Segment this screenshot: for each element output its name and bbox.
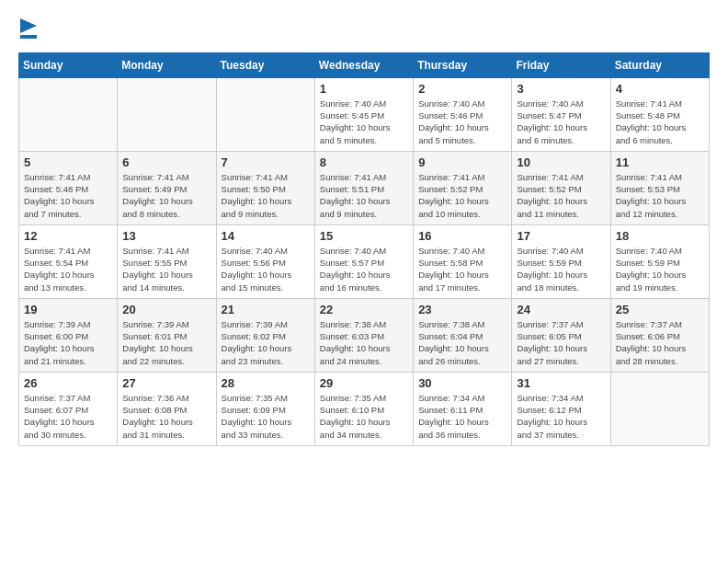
day-info: Sunrise: 7:40 AMSunset: 5:58 PMDaylight:… (418, 245, 506, 293)
day-info: Sunrise: 7:40 AMSunset: 5:46 PMDaylight:… (418, 98, 506, 146)
calendar-cell: 30Sunrise: 7:34 AMSunset: 6:11 PMDayligh… (414, 372, 512, 445)
calendar-cell: 26Sunrise: 7:37 AMSunset: 6:07 PMDayligh… (19, 372, 118, 445)
weekday-header: Sunday (19, 52, 118, 77)
day-info: Sunrise: 7:41 AMSunset: 5:48 PMDaylight:… (24, 171, 112, 220)
calendar-cell: 9Sunrise: 7:41 AMSunset: 5:52 PMDaylight… (414, 151, 512, 224)
weekday-header: Thursday (414, 52, 512, 77)
calendar-cell: 16Sunrise: 7:40 AMSunset: 5:58 PMDayligh… (414, 224, 512, 298)
calendar-week-row: 26Sunrise: 7:37 AMSunset: 6:07 PMDayligh… (19, 372, 710, 445)
calendar-cell: 5Sunrise: 7:41 AMSunset: 5:48 PMDaylight… (19, 151, 118, 224)
calendar-week-row: 12Sunrise: 7:41 AMSunset: 5:54 PMDayligh… (19, 224, 710, 298)
day-number: 21 (222, 303, 310, 316)
day-number: 6 (122, 155, 210, 169)
calendar-cell (19, 77, 118, 151)
day-info: Sunrise: 7:41 AMSunset: 5:55 PMDaylight:… (122, 245, 210, 293)
day-info: Sunrise: 7:41 AMSunset: 5:49 PMDaylight:… (122, 171, 210, 220)
day-number: 14 (222, 229, 310, 243)
day-number: 1 (320, 82, 408, 96)
day-info: Sunrise: 7:34 AMSunset: 6:11 PMDaylight:… (418, 392, 506, 441)
day-number: 17 (517, 229, 605, 243)
calendar-header-row: SundayMondayTuesdayWednesdayThursdayFrid… (19, 52, 710, 77)
day-number: 26 (24, 376, 112, 390)
calendar-cell: 23Sunrise: 7:38 AMSunset: 6:04 PMDayligh… (414, 298, 512, 372)
calendar-cell: 22Sunrise: 7:38 AMSunset: 6:03 PMDayligh… (314, 298, 413, 372)
weekday-header: Wednesday (314, 52, 413, 77)
day-info: Sunrise: 7:41 AMSunset: 5:52 PMDaylight:… (418, 171, 506, 220)
day-number: 27 (122, 376, 210, 390)
day-info: Sunrise: 7:39 AMSunset: 6:01 PMDaylight:… (122, 318, 210, 367)
day-info: Sunrise: 7:41 AMSunset: 5:52 PMDaylight:… (517, 171, 605, 220)
calendar-cell: 15Sunrise: 7:40 AMSunset: 5:57 PMDayligh… (314, 224, 413, 298)
day-number: 23 (418, 303, 506, 316)
day-number: 5 (24, 155, 112, 169)
calendar-cell: 28Sunrise: 7:35 AMSunset: 6:09 PMDayligh… (216, 372, 314, 445)
day-info: Sunrise: 7:37 AMSunset: 6:07 PMDaylight:… (24, 392, 112, 441)
day-number: 9 (418, 155, 506, 169)
calendar-cell: 11Sunrise: 7:41 AMSunset: 5:53 PMDayligh… (610, 151, 709, 224)
day-info: Sunrise: 7:39 AMSunset: 6:00 PMDaylight:… (24, 318, 112, 367)
day-number: 2 (418, 82, 506, 96)
day-info: Sunrise: 7:37 AMSunset: 6:06 PMDaylight:… (616, 318, 704, 367)
day-info: Sunrise: 7:40 AMSunset: 5:59 PMDaylight:… (616, 245, 704, 293)
day-number: 3 (517, 82, 605, 96)
day-info: Sunrise: 7:41 AMSunset: 5:50 PMDaylight:… (222, 171, 310, 220)
logo-icon (20, 18, 37, 39)
day-number: 8 (320, 155, 408, 169)
day-number: 11 (616, 155, 704, 169)
calendar-cell: 19Sunrise: 7:39 AMSunset: 6:00 PMDayligh… (19, 298, 118, 372)
day-number: 25 (616, 303, 704, 316)
day-info: Sunrise: 7:38 AMSunset: 6:03 PMDaylight:… (320, 318, 408, 367)
calendar-cell (118, 77, 216, 151)
day-number: 10 (517, 155, 605, 169)
day-number: 12 (24, 229, 112, 243)
day-info: Sunrise: 7:36 AMSunset: 6:08 PMDaylight:… (122, 392, 210, 441)
day-number: 4 (616, 82, 704, 96)
day-number: 24 (517, 303, 605, 316)
calendar-cell: 1Sunrise: 7:40 AMSunset: 5:45 PMDaylight… (314, 77, 413, 151)
day-number: 22 (320, 303, 408, 316)
day-info: Sunrise: 7:34 AMSunset: 6:12 PMDaylight:… (517, 392, 605, 441)
day-number: 20 (122, 303, 210, 316)
day-info: Sunrise: 7:38 AMSunset: 6:04 PMDaylight:… (418, 318, 506, 367)
calendar-cell: 2Sunrise: 7:40 AMSunset: 5:46 PMDaylight… (414, 77, 512, 151)
day-info: Sunrise: 7:40 AMSunset: 5:57 PMDaylight:… (320, 245, 408, 293)
day-info: Sunrise: 7:40 AMSunset: 5:45 PMDaylight:… (320, 98, 408, 146)
day-number: 30 (418, 376, 506, 390)
day-info: Sunrise: 7:35 AMSunset: 6:10 PMDaylight:… (320, 392, 408, 441)
calendar-cell: 17Sunrise: 7:40 AMSunset: 5:59 PMDayligh… (512, 224, 610, 298)
calendar-cell: 21Sunrise: 7:39 AMSunset: 6:02 PMDayligh… (216, 298, 314, 372)
day-number: 28 (222, 376, 310, 390)
calendar-week-row: 5Sunrise: 7:41 AMSunset: 5:48 PMDaylight… (19, 151, 710, 224)
svg-marker-0 (20, 18, 37, 33)
calendar-week-row: 1Sunrise: 7:40 AMSunset: 5:45 PMDaylight… (19, 77, 710, 151)
calendar-cell: 3Sunrise: 7:40 AMSunset: 5:47 PMDaylight… (512, 77, 610, 151)
calendar-cell: 14Sunrise: 7:40 AMSunset: 5:56 PMDayligh… (216, 224, 314, 298)
day-info: Sunrise: 7:40 AMSunset: 5:56 PMDaylight:… (222, 245, 310, 293)
day-number: 13 (122, 229, 210, 243)
calendar-cell (216, 77, 314, 151)
day-number: 19 (24, 303, 112, 316)
day-info: Sunrise: 7:40 AMSunset: 5:47 PMDaylight:… (517, 98, 605, 146)
day-number: 31 (517, 376, 605, 390)
calendar-cell: 8Sunrise: 7:41 AMSunset: 5:51 PMDaylight… (314, 151, 413, 224)
calendar-cell: 6Sunrise: 7:41 AMSunset: 5:49 PMDaylight… (118, 151, 216, 224)
weekday-header: Tuesday (216, 52, 314, 77)
day-number: 18 (616, 229, 704, 243)
calendar-cell: 18Sunrise: 7:40 AMSunset: 5:59 PMDayligh… (610, 224, 709, 298)
calendar-cell: 12Sunrise: 7:41 AMSunset: 5:54 PMDayligh… (19, 224, 118, 298)
day-number: 15 (320, 229, 408, 243)
weekday-header: Friday (512, 52, 610, 77)
logo-text (18, 18, 37, 43)
day-info: Sunrise: 7:41 AMSunset: 5:48 PMDaylight:… (616, 98, 704, 146)
day-number: 7 (222, 155, 310, 169)
weekday-header: Monday (118, 52, 216, 77)
weekday-header: Saturday (610, 52, 709, 77)
day-info: Sunrise: 7:41 AMSunset: 5:54 PMDaylight:… (24, 245, 112, 293)
calendar-cell: 24Sunrise: 7:37 AMSunset: 6:05 PMDayligh… (512, 298, 610, 372)
calendar-cell: 20Sunrise: 7:39 AMSunset: 6:01 PMDayligh… (118, 298, 216, 372)
day-number: 29 (320, 376, 408, 390)
day-info: Sunrise: 7:41 AMSunset: 5:51 PMDaylight:… (320, 171, 408, 220)
calendar-cell (610, 372, 709, 445)
day-number: 16 (418, 229, 506, 243)
day-info: Sunrise: 7:41 AMSunset: 5:53 PMDaylight:… (616, 171, 704, 220)
